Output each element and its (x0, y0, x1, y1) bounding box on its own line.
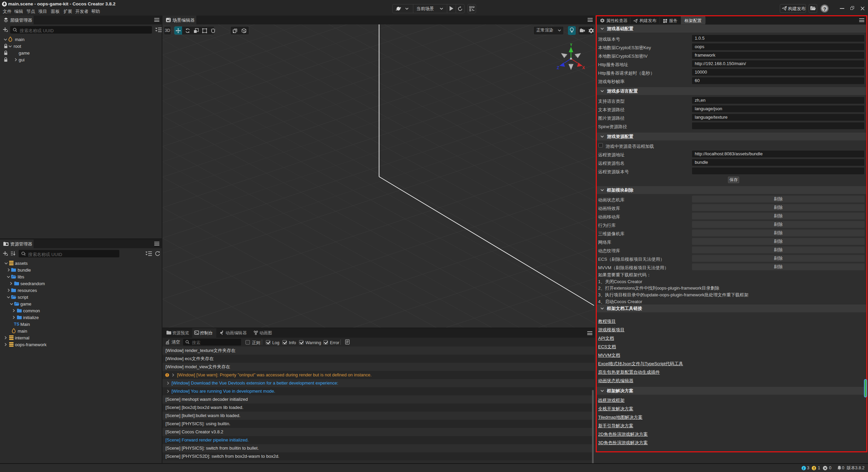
svg-text:X: X (582, 65, 585, 70)
svg-text:Y: Y (570, 43, 573, 47)
svg-text:Z: Z (557, 65, 559, 70)
